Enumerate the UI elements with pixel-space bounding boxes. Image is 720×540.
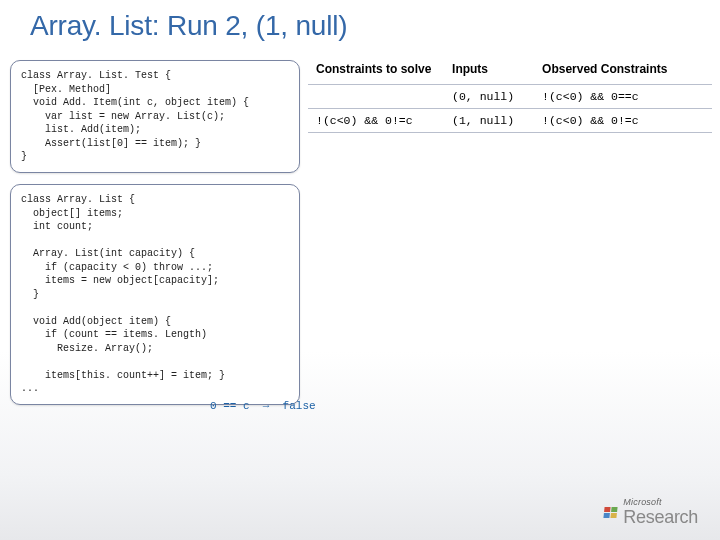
col-header-observed: Observed Constraints [534,58,712,85]
cell-observed: !(c<0) && 0!=c [534,109,712,133]
page-title: Array. List: Run 2, (1, null) [0,0,720,42]
table-row: !(c<0) && 0!=c (1, null) !(c<0) && 0!=c [308,109,712,133]
cell-constraints: !(c<0) && 0!=c [308,109,444,133]
microsoft-flag-icon [604,507,618,518]
footer-brand: Microsoft [623,497,698,507]
table-header-row: Constraints to solve Inputs Observed Con… [308,58,712,85]
cell-observed: !(c<0) && 0==c [534,85,712,109]
table-row: (0, null) !(c<0) && 0==c [308,85,712,109]
col-header-constraints-to-solve: Constraints to solve [308,58,444,85]
cell-inputs: (1, null) [444,109,534,133]
col-header-inputs: Inputs [444,58,534,85]
cell-constraints [308,85,444,109]
constraints-table: Constraints to solve Inputs Observed Con… [308,58,712,133]
code-block-arraylist-class: class Array. List { object[] items; int … [10,184,300,405]
cell-inputs: (0, null) [444,85,534,109]
footer-sub: Research [623,507,698,528]
footer-logo: Microsoft Research [604,497,698,528]
inline-evaluation-annotation: 0 == c → false [210,400,316,412]
code-block-test-class: class Array. List. Test { [Pex. Method] … [10,60,300,173]
